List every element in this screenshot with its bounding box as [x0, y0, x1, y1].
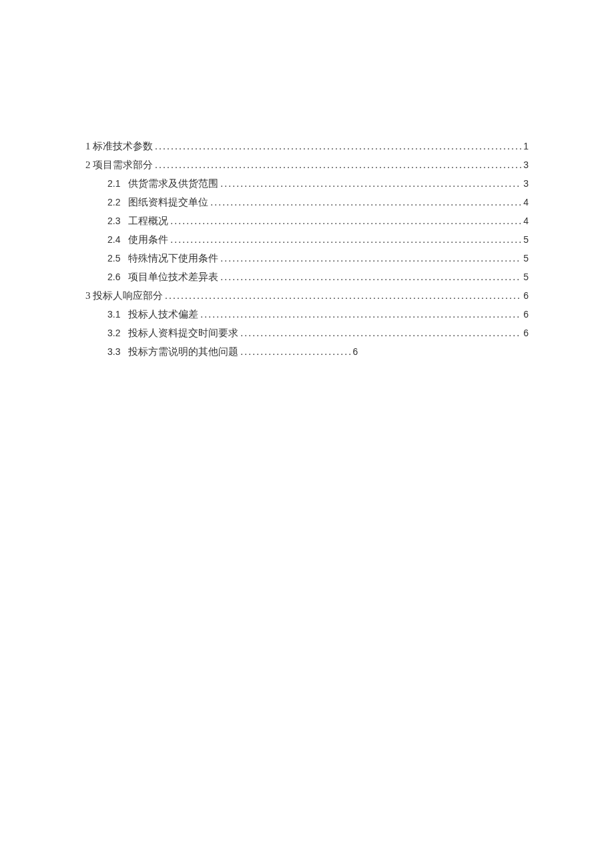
- toc-section-number: 2.1: [107, 178, 120, 189]
- toc-leader-dots: [220, 272, 521, 283]
- toc-section-number: 2.5: [107, 253, 120, 264]
- toc-section-title: 投标方需说明的其他问题: [128, 346, 238, 358]
- toc-section-title: 特殊情况下使用条件: [128, 252, 218, 265]
- toc-entry: 2.5特殊情况下使用条件5: [85, 252, 529, 265]
- toc-page-number: 5: [523, 234, 529, 245]
- toc-section-number: 3.3: [107, 346, 120, 357]
- toc-section-title: 图纸资料提交单位: [128, 196, 208, 209]
- toc-page-number: 3: [523, 159, 529, 170]
- toc-section-title: 供货需求及供货范围: [128, 177, 218, 190]
- table-of-contents: 1 标准技术参数12 项目需求部分32.1供货需求及供货范围32.2图纸资料提交…: [85, 140, 529, 358]
- toc-page-number: 3: [523, 178, 529, 189]
- toc-leader-dots: [210, 197, 521, 208]
- toc-leader-dots: [240, 328, 521, 339]
- toc-entry: 3.3投标方需说明的其他问题6: [85, 346, 529, 358]
- toc-section-number: 3.1: [107, 309, 120, 320]
- toc-page-number: 4: [523, 197, 529, 207]
- toc-section-number: 2.3: [107, 215, 120, 226]
- toc-leader-dots: [170, 216, 521, 227]
- toc-entry: 3.2投标人资料提交时间要求6: [85, 327, 529, 340]
- toc-section-number: 2.6: [107, 272, 120, 282]
- toc-leader-dots: [170, 235, 521, 246]
- toc-entry: 1 标准技术参数1: [85, 140, 529, 153]
- toc-page-number: 6: [523, 328, 529, 338]
- toc-page-number: 4: [523, 215, 529, 226]
- toc-entry: 2.3工程概况4: [85, 215, 529, 228]
- toc-leader-dots: [220, 254, 521, 264]
- toc-heading: 2 项目需求部分: [85, 159, 153, 171]
- toc-entry: 2.4使用条件5: [85, 234, 529, 246]
- toc-section-title: 使用条件: [128, 234, 168, 246]
- toc-page-number: 6: [523, 290, 529, 301]
- toc-leader-dots: [200, 310, 521, 320]
- toc-section-title: 项目单位技术差异表: [128, 271, 218, 284]
- toc-section-number: 2.2: [107, 197, 120, 207]
- toc-heading: 3 投标人响应部分: [85, 290, 163, 302]
- toc-entry: 2 项目需求部分3: [85, 159, 529, 171]
- toc-page-number: 1: [523, 141, 529, 151]
- toc-page-number: 6: [352, 346, 358, 357]
- toc-entry: 2.6项目单位技术差异表5: [85, 271, 529, 284]
- toc-entry: 3 投标人响应部分6: [85, 290, 529, 302]
- toc-entry: 2.2图纸资料提交单位4: [85, 196, 529, 209]
- toc-page-number: 6: [523, 309, 529, 320]
- toc-section-number: 2.4: [107, 234, 120, 245]
- toc-page-number: 5: [523, 272, 529, 282]
- toc-section-title: 投标人资料提交时间要求: [128, 327, 238, 340]
- toc-entry: 3.1投标人技术偏差6: [85, 308, 529, 321]
- toc-entry: 2.1供货需求及供货范围3: [85, 177, 529, 190]
- toc-leader-dots: [165, 291, 521, 302]
- toc-section-title: 工程概况: [128, 215, 168, 228]
- toc-heading: 1 标准技术参数: [85, 140, 153, 153]
- toc-leader-dots: [220, 179, 521, 189]
- toc-leader-dots: [155, 160, 521, 171]
- toc-section-number: 3.2: [107, 328, 120, 338]
- toc-section-title: 投标人技术偏差: [128, 308, 198, 321]
- toc-page-number: 5: [523, 253, 529, 264]
- toc-leader-dots: [155, 141, 521, 152]
- toc-leader-dots: [240, 347, 350, 358]
